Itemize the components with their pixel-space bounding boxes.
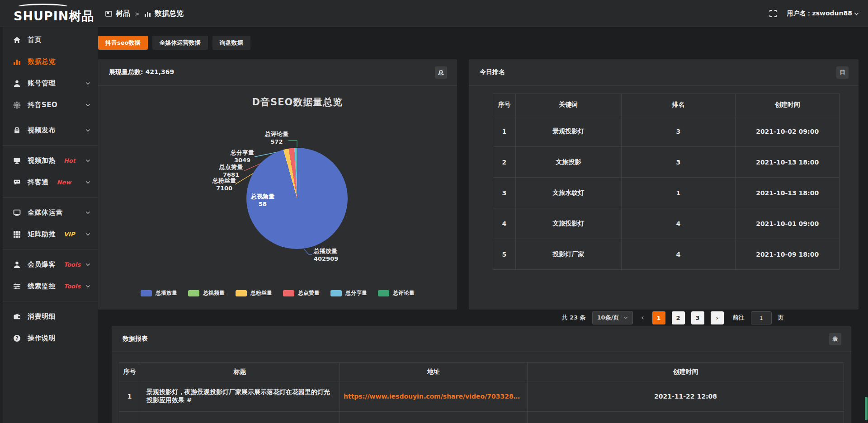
tools-badge: Tools [64,261,80,268]
legend-item-videos[interactable]: 总视频量 [188,289,225,297]
table-row-partial [119,412,844,423]
chart-panel-header: 展现量总数: 421,369 总 [98,59,457,86]
sidebar-item-home[interactable]: 首页 [3,29,98,51]
sidebar-item-label: 首页 [28,36,42,44]
bar-chart-icon [13,57,21,66]
chart-panel: 展现量总数: 421,369 总 D音SEO数据量总览 总评论量572 总分享量… [98,59,457,310]
sidebar-item-label: 抖音SEO [28,101,57,109]
sliders-icon [13,282,21,291]
wallet-icon [13,312,21,321]
sidebar-item-label: 视频发布 [28,126,56,135]
chevron-down-icon [85,262,90,267]
sidebar-item-video-publish[interactable]: 视频发布 [3,119,98,141]
table-row[interactable]: 1 景观投影灯 3 2021-10-02 09:00 [493,116,839,147]
question-icon: ? [13,334,21,343]
chevron-down-icon [85,81,90,86]
sidebar-item-video-heat[interactable]: 视频加热 Hot [3,150,98,171]
hot-badge: Hot [64,157,75,164]
scrollbar-thumb[interactable] [865,397,868,420]
sidebar-item-doukertong[interactable]: 抖客通 New [3,171,98,193]
page-size-select[interactable]: 10条/页 [592,311,633,324]
publish-icon [13,126,21,135]
pie-label-shares: 总分享量3049 [231,149,254,164]
pie-label-plays: 总播放量402909 [314,247,338,263]
page-button-1[interactable]: 1 [652,311,665,324]
daily-view-button[interactable]: 日 [836,66,849,79]
chevron-down-icon [85,210,90,215]
fullscreen-icon[interactable] [769,9,777,18]
table-row[interactable]: 1 景观投影灯，夜游景观投影灯厂家展示展示落花灯在花园里的灯光投影应用效果 # … [119,381,844,412]
page-button-3[interactable]: 3 [691,311,704,324]
scrollbar[interactable] [864,27,868,423]
goto-page-input[interactable] [751,311,772,324]
legend-item-plays[interactable]: 总播放量 [141,289,177,297]
sidebar-item-douyin-seo[interactable]: 抖音SEO [3,94,98,116]
sidebar-item-label: 视频加热 [28,156,56,165]
chevron-down-icon [85,128,90,133]
dashboard-page: SHUPIN树品 树品 > 数据总览 用户名：zswodun88 [0,0,868,423]
total-view-button[interactable]: 总 [435,66,447,79]
sidebar-item-matrix-boost[interactable]: 矩阵助推 VIP [3,223,98,245]
user-icon [13,79,21,88]
sidebar-item-operation-guide[interactable]: ? 操作说明 [3,327,98,349]
tab-media-ops-data[interactable]: 全媒体运营数据 [152,36,208,50]
breadcrumb-current[interactable]: 数据总览 [155,9,184,19]
pie-label-fans: 总粉丝量7100 [212,177,236,192]
ranking-panel: 今日排名 日 序号 关键词 排名 创建时间 1 景观投影灯 3 2021-10-… [469,59,859,310]
legend-item-shares[interactable]: 总分享量 [330,289,367,297]
pagination: 共 23 条 10条/页 ‹ 1 2 3 › 前往 页 [469,311,859,324]
video-link[interactable]: https://www.iesdouyin.com/share/video/70… [344,393,524,400]
tab-inquiry-data[interactable]: 询盘数据 [212,36,250,50]
bar-chart-icon [144,10,151,17]
chevron-down-icon [85,158,90,163]
monitor-icon [13,208,21,217]
username-label: 用户名：zswodun88 [787,9,852,18]
screen-icon [13,156,21,165]
sidebar-item-clue-monitor[interactable]: 线索监控 Tools [3,275,98,297]
breadcrumb-root[interactable]: 树品 [116,9,130,19]
table-header-row: 序号 关键词 排名 创建时间 [493,94,839,116]
breadcrumb-separator: > [135,10,140,17]
legend-swatch [236,290,247,296]
user-menu[interactable]: 用户名：zswodun88 [787,9,859,18]
sidebar: 首页 数据总览 账号管理 抖音SEO 视频发布 视频加热 Hot [0,27,98,423]
legend-item-fans[interactable]: 总粉丝量 [236,289,272,297]
chevron-down-icon [85,232,90,237]
sidebar-item-label: 线索监控 [28,282,56,291]
sidebar-item-media-ops[interactable]: 全媒体运营 [3,202,98,223]
impressions-total-label: 展现量总数: 421,369 [109,68,174,76]
legend-item-comments[interactable]: 总评论量 [378,289,415,297]
pie-label-likes: 总点赞量7681 [219,163,243,179]
home-icon [13,36,21,44]
report-panel-header: 数据报表 表 [112,326,851,352]
chat-icon [13,178,21,187]
sidebar-item-label: 账号管理 [28,79,56,88]
report-panel-title: 数据报表 [123,335,148,343]
table-row[interactable]: 5 投影灯厂家 4 2021-10-09 18:00 [493,239,839,270]
legend-swatch [188,290,199,296]
ranking-panel-title: 今日排名 [480,68,505,76]
sidebar-item-label: 消费明细 [28,312,56,321]
table-row[interactable]: 2 文旅投影 3 2021-10-13 18:00 [493,147,839,178]
table-view-button[interactable]: 表 [829,333,841,345]
sidebar-item-member-burst[interactable]: 会员爆客 Tools [3,254,98,275]
tab-douyin-seo-data[interactable]: 抖音seo数据 [98,36,148,50]
table-header-row: 序号 标题 地址 创建时间 [119,363,844,381]
page-button-2[interactable]: 2 [672,311,685,324]
sidebar-item-label: 矩阵助推 [28,230,56,239]
next-page-button[interactable]: › [711,311,724,324]
sidebar-item-label: 抖客通 [28,178,49,187]
prev-page-button[interactable]: ‹ [639,314,646,322]
logo-text: SHUPIN树品 [14,8,94,24]
sidebar-item-data-overview[interactable]: 数据总览 [3,51,98,72]
new-badge: New [57,179,71,186]
sidebar-item-consume-detail[interactable]: 消费明细 [3,306,98,327]
sidebar-item-account[interactable]: 账号管理 [3,72,98,94]
sidebar-divider [3,301,98,301]
table-row[interactable]: 3 文旅水纹灯 1 2021-10-13 18:00 [493,178,839,208]
table-row[interactable]: 4 文旅投影灯 4 2021-10-01 09:00 [493,208,839,239]
app-logo: SHUPIN树品 [14,4,104,24]
total-count-label: 共 23 条 [561,314,585,322]
breadcrumb: 树品 > 数据总览 [105,0,184,27]
legend-item-likes[interactable]: 总点赞量 [283,289,320,297]
